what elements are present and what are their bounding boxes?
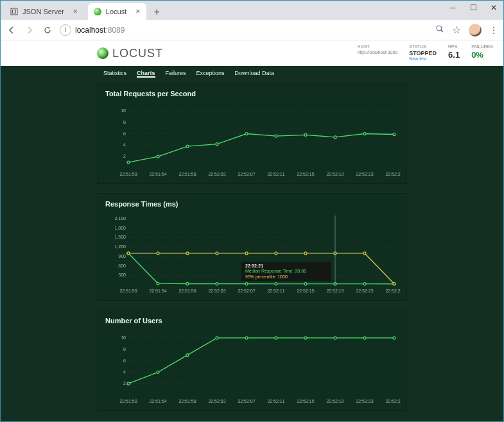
url-host: localhost xyxy=(75,26,105,35)
series-marker xyxy=(157,371,159,373)
y-tick-label: 600 xyxy=(118,264,126,268)
series-marker xyxy=(127,252,130,255)
series-marker xyxy=(186,354,189,357)
series-marker xyxy=(275,337,277,339)
x-tick-label: 22:52:23 xyxy=(356,289,373,293)
browser-tab-locust[interactable]: Locust × xyxy=(88,3,146,20)
stat-label: RPS xyxy=(448,44,460,49)
stat-failures: FAILURES 0% xyxy=(471,44,493,62)
svg-rect-1 xyxy=(13,10,16,13)
y-tick-label: 1,200 xyxy=(114,244,126,249)
svg-line-3 xyxy=(441,30,443,32)
reload-button[interactable] xyxy=(42,24,53,36)
browser-tab-json-server[interactable]: JSON Server × xyxy=(4,3,84,20)
nav-tab-charts[interactable]: Charts xyxy=(137,70,155,78)
page-viewport: LOCUST HOST http://localhost:3000 STATUS… xyxy=(1,40,503,421)
stat-label: FAILURES xyxy=(471,44,493,49)
series-marker xyxy=(363,133,366,135)
zoom-icon[interactable] xyxy=(435,24,444,36)
series-marker xyxy=(245,252,248,255)
x-tick-label: 22:52:11 xyxy=(267,289,284,293)
profile-avatar[interactable] xyxy=(469,24,482,37)
x-tick-label: 22:52:19 xyxy=(326,399,343,403)
series-marker xyxy=(304,252,307,255)
x-tick-label: 22:51:50 xyxy=(119,172,137,176)
x-tick-label: 22:52:07 xyxy=(238,399,255,403)
y-tick-label: 4 xyxy=(123,369,126,374)
x-tick-label: 22:52:27 xyxy=(385,399,401,403)
chart-users: 24681022:51:5022:51:5422:51:5822:52:0322… xyxy=(105,328,401,405)
minimize-icon[interactable]: ─ xyxy=(447,2,458,13)
x-tick-label: 22:52:15 xyxy=(297,172,314,176)
x-tick-label: 22:52:07 xyxy=(238,172,255,176)
close-icon[interactable]: × xyxy=(73,7,78,16)
x-tick-label: 22:52:23 xyxy=(356,172,373,176)
series-marker xyxy=(393,337,395,339)
series-marker xyxy=(275,252,277,255)
close-window-icon[interactable]: ✕ xyxy=(488,2,500,13)
y-tick-label: 900 xyxy=(118,254,126,258)
tooltip-line: 95% percentile: 1000 xyxy=(245,274,288,280)
series-marker xyxy=(157,282,159,285)
site-info-icon[interactable]: i xyxy=(60,24,71,36)
series-marker xyxy=(334,136,336,139)
chart-rt: 3006009001,2001,5001,8002,10022:51:5022:… xyxy=(105,212,401,295)
brand-name: LOCUST xyxy=(112,47,163,60)
nav-tab-failures[interactable]: Failures xyxy=(166,70,186,78)
page-content: Total Requests per Second24681022:51:502… xyxy=(1,80,503,421)
series-marker xyxy=(393,133,395,135)
x-tick-label: 22:52:15 xyxy=(297,399,314,403)
locust-logo-icon xyxy=(97,47,109,59)
address-bar[interactable]: i localhost:8089 xyxy=(60,24,125,36)
stat-status: STATUS STOPPED New test xyxy=(409,44,437,62)
x-tick-label: 22:52:07 xyxy=(238,289,255,293)
brand: LOCUST xyxy=(97,47,163,60)
series-marker xyxy=(275,135,277,137)
bookmark-star-icon[interactable]: ☆ xyxy=(452,24,461,36)
stat-host: HOST http://localhost:3000 xyxy=(358,44,398,62)
series-marker xyxy=(186,252,189,255)
x-tick-label: 22:52:11 xyxy=(267,399,284,403)
x-tick-label: 22:51:50 xyxy=(119,289,137,293)
series-marker xyxy=(216,143,218,146)
series-marker xyxy=(275,283,277,285)
nav-tab-exceptions[interactable]: Exceptions xyxy=(196,70,225,78)
back-button[interactable] xyxy=(6,24,17,36)
close-icon[interactable]: × xyxy=(135,7,140,16)
locust-favicon xyxy=(93,7,102,16)
json-server-favicon xyxy=(10,7,19,16)
nav-tabs: StatisticsChartsFailuresExceptionsDownlo… xyxy=(1,66,503,80)
series-marker xyxy=(304,283,307,285)
y-tick-label: 6 xyxy=(123,131,126,136)
series-marker xyxy=(157,252,159,255)
kebab-menu-icon[interactable]: ⋮ xyxy=(489,25,498,35)
maximize-icon[interactable]: ☐ xyxy=(467,2,479,13)
series-line xyxy=(128,134,394,163)
x-tick-label: 22:51:58 xyxy=(178,172,196,176)
nav-tab-statistics[interactable]: Statistics xyxy=(103,70,126,78)
x-tick-label: 22:51:54 xyxy=(149,172,166,176)
y-tick-label: 4 xyxy=(123,142,126,147)
series-marker xyxy=(304,133,307,136)
x-tick-label: 22:52:27 xyxy=(385,172,401,176)
x-tick-label: 22:51:58 xyxy=(178,289,196,293)
new-test-link[interactable]: New test xyxy=(409,56,437,62)
y-tick-label: 8 xyxy=(123,120,126,124)
series-marker xyxy=(363,337,366,339)
stat-value: http://localhost:3000 xyxy=(358,50,398,55)
forward-button[interactable] xyxy=(24,24,35,36)
y-tick-label: 1,800 xyxy=(114,226,126,230)
series-marker xyxy=(157,155,159,158)
y-tick-label: 2 xyxy=(123,381,126,385)
nav-tab-download-data[interactable]: Download Data xyxy=(235,70,275,78)
x-tick-label: 22:52:19 xyxy=(326,289,343,293)
stat-rps: RPS 6.1 xyxy=(448,44,460,62)
series-marker xyxy=(363,252,366,255)
app-header: LOCUST HOST http://localhost:3000 STATUS… xyxy=(1,40,503,66)
url-port: :8089 xyxy=(105,26,125,35)
x-tick-label: 22:52:03 xyxy=(208,399,225,403)
series-marker xyxy=(363,283,366,285)
new-tab-button[interactable]: + xyxy=(149,4,164,20)
svg-rect-0 xyxy=(11,8,17,15)
series-marker xyxy=(245,283,248,285)
